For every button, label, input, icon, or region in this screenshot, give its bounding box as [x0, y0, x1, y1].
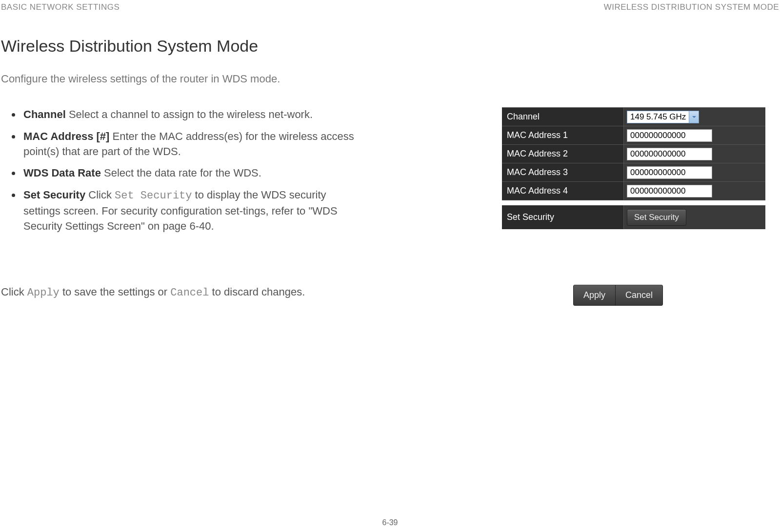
- apply-button[interactable]: Apply: [574, 285, 616, 305]
- bullet-mac: MAC Address [#] Enter the MAC address(es…: [12, 129, 362, 159]
- ac-post: to discard changes.: [209, 286, 305, 298]
- intro-text: Configure the wireless settings of the r…: [1, 73, 780, 85]
- set-security-label: Set Security: [502, 205, 624, 229]
- header-left: BASIC NETWORK SETTINGS: [1, 2, 120, 12]
- mac3-label: MAC Address 3: [502, 163, 624, 181]
- ac-apply-mono: Apply: [27, 287, 60, 299]
- bullet-rate-label: WDS Data Rate: [23, 167, 101, 179]
- bullet-channel-label: Channel: [23, 108, 66, 120]
- bullet-mac-label: MAC Address [#]: [23, 130, 109, 142]
- mac1-label: MAC Address 1: [502, 126, 624, 144]
- bullet-security-mono: Set Security: [115, 190, 192, 202]
- apply-cancel-text: Click Apply to save the settings or Canc…: [1, 285, 362, 306]
- mac1-input[interactable]: [627, 129, 712, 142]
- header-right: WIRELESS DISTRIBUTION SYSTEM MODE: [604, 2, 779, 12]
- bullet-channel-text: Select a channel to assign to the wirele…: [66, 108, 313, 120]
- mac4-input[interactable]: [627, 185, 712, 197]
- bullet-security: Set Security Click Set Security to displ…: [12, 188, 362, 234]
- bullet-security-label: Set Security: [23, 189, 85, 201]
- channel-label: Channel: [502, 108, 624, 126]
- bullet-rate: WDS Data Rate Select the data rate for t…: [12, 166, 362, 181]
- mac3-input[interactable]: [627, 166, 712, 179]
- mac2-input[interactable]: [627, 148, 712, 160]
- bullet-rate-text: Select the data rate for the WDS.: [101, 167, 261, 179]
- chevron-down-icon: [689, 111, 699, 123]
- bullet-security-pre: Click: [85, 189, 115, 201]
- page-title: Wireless Distribution System Mode: [1, 37, 780, 56]
- bullet-channel: Channel Select a channel to assign to th…: [12, 107, 362, 122]
- cancel-button[interactable]: Cancel: [616, 285, 662, 305]
- page-number: 6-39: [382, 518, 398, 527]
- apply-cancel-button-group: Apply Cancel: [573, 285, 663, 306]
- ac-cancel-mono: Cancel: [170, 287, 209, 299]
- description-list: Channel Select a channel to assign to th…: [1, 107, 362, 234]
- set-security-button[interactable]: Set Security: [627, 209, 686, 226]
- settings-panel: Channel 149 5.745 GHz MAC Address 1 MAC …: [502, 107, 765, 241]
- mac4-label: MAC Address 4: [502, 182, 624, 200]
- mac2-label: MAC Address 2: [502, 145, 624, 163]
- channel-dropdown-value: 149 5.745 GHz: [630, 112, 689, 122]
- ac-pre: Click: [1, 286, 27, 298]
- channel-dropdown[interactable]: 149 5.745 GHz: [627, 111, 699, 123]
- ac-mid: to save the settings or: [60, 286, 170, 298]
